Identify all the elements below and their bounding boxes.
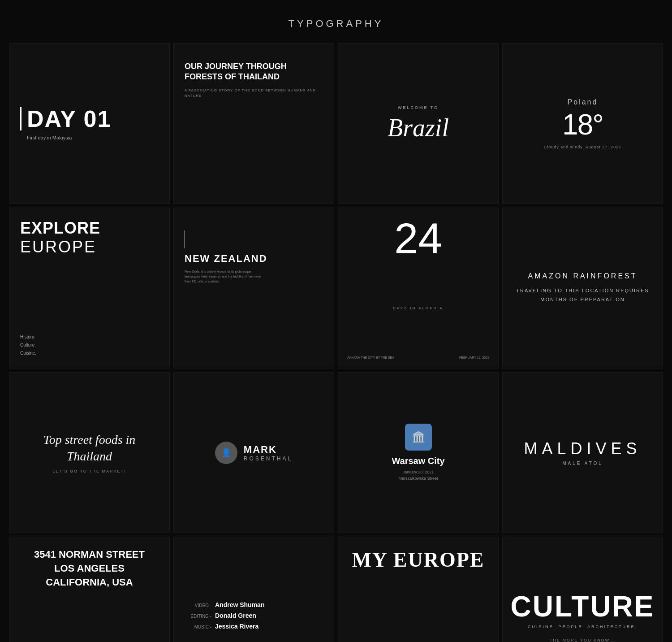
mark-avatar: 👤 bbox=[215, 442, 237, 464]
card-day01: DAY 01 First day in Malaysia bbox=[9, 43, 170, 204]
amazon-title: AMAZON RAINFOREST bbox=[528, 272, 637, 280]
poland-temp-value: 18° bbox=[562, 108, 603, 141]
days-date: FEBRUARY 12, 2021 bbox=[459, 356, 489, 359]
credit-row-video: VIDEO - Andrew Shuman bbox=[185, 601, 264, 608]
card-credits: VIDEO - Andrew Shuman EDITING - Donald G… bbox=[173, 537, 334, 642]
credit-row-editing: EDITING - Donald Green bbox=[185, 612, 256, 619]
days-number: 24 bbox=[394, 217, 442, 260]
poland-temp-sub: Cloudy and windy. August 27, 2021 bbox=[544, 145, 621, 149]
address-text: 3541 NORMAN STREET LOS ANGELES CALIFORNI… bbox=[34, 548, 145, 589]
card-streetfood: Top street foods in Thailand LET'S GO TO… bbox=[9, 372, 170, 533]
card-poland-temp: Poland 18° Cloudy and windy. August 27, … bbox=[502, 43, 663, 204]
card-maldives: MALDIVES MALE ATOL bbox=[502, 372, 663, 533]
maldives-title: MALDIVES bbox=[524, 439, 641, 458]
culture-sub2: THE MORE YOU KNOW... bbox=[550, 638, 616, 642]
culture-sub1: CUISINE. PEOPLE. ARCHITECTURE. bbox=[528, 625, 638, 629]
card-myeurope: MY EUROPE POLAND SLOVAKIA HUNGARY ROMANI… bbox=[338, 537, 499, 642]
street-title: Top street foods in Thailand bbox=[20, 432, 159, 464]
day-label: DAY 01 bbox=[20, 107, 111, 130]
card-newzealand: NEW ZEALAND New Zealand is widely known … bbox=[173, 208, 334, 369]
brazil-country: Brazil bbox=[388, 113, 449, 142]
days-label: DAYS IN ALGERIA bbox=[393, 306, 444, 310]
card-culture: CULTURE CUISINE. PEOPLE. ARCHITECTURE. T… bbox=[502, 537, 663, 642]
card-mark: 👤 MARK ROSENTHAL bbox=[173, 372, 334, 533]
days-city: ANKARA THE CITY BY THE SEA bbox=[347, 356, 394, 359]
card-address: 3541 NORMAN STREET LOS ANGELES CALIFORNI… bbox=[9, 537, 170, 642]
maldives-sub: MALE ATOL bbox=[562, 461, 603, 466]
mark-last: ROSENTHAL bbox=[244, 455, 293, 462]
card-warsaw: 🏛️ Warsaw City January 28, 2021 Marszałk… bbox=[338, 372, 499, 533]
explore-list: History. Culture. Cuisine. bbox=[20, 333, 36, 357]
poland-temp-country: Poland bbox=[568, 98, 598, 106]
nz-country: NEW ZEALAND bbox=[185, 253, 267, 265]
days-bottom: ANKARA THE CITY BY THE SEA FEBRUARY 12, … bbox=[347, 356, 489, 359]
card-amazon: AMAZON RAINFOREST TRAVELING TO THIS LOCA… bbox=[502, 208, 663, 369]
warsaw-city: Warsaw City bbox=[392, 456, 444, 466]
explore-label: EXPLORE bbox=[20, 219, 100, 238]
card-grid: DAY 01 First day in Malaysia OUR JOURNEY… bbox=[9, 43, 663, 642]
street-sub: LET'S GO TO THE MARKET! bbox=[52, 469, 126, 473]
brazil-welcome: WELCOME TO bbox=[398, 105, 439, 110]
myeurope-title: MY EUROPE bbox=[352, 548, 484, 572]
card-journey: OUR JOURNEY THROUGH FORESTS OF THAILAND … bbox=[173, 43, 334, 204]
nz-desc: New Zealand is widely known for its pict… bbox=[185, 269, 265, 284]
journey-title: OUR JOURNEY THROUGH FORESTS OF THAILAND bbox=[185, 61, 323, 82]
explore-main: EXPLORE EUROPE bbox=[20, 219, 100, 256]
warsaw-detail: January 28, 2021 Marszałkowska Street bbox=[398, 469, 438, 482]
card-24days: 24 DAYS IN ALGERIA ANKARA THE CITY BY TH… bbox=[338, 208, 499, 369]
journey-sub: A FASCINATING STORY OF THE BOND BETWEEN … bbox=[185, 88, 323, 99]
credit-row-music: MUSIC - Jessica Rivera bbox=[185, 623, 258, 630]
europe-label: EUROPE bbox=[20, 238, 100, 256]
culture-title: CULTURE bbox=[511, 592, 655, 621]
day-sub: First day in Malaysia bbox=[20, 135, 72, 140]
mark-name: MARK ROSENTHAL bbox=[244, 444, 293, 462]
card-explore: EXPLORE EUROPE History. Culture. Cuisine… bbox=[9, 208, 170, 369]
warsaw-image: 🏛️ bbox=[405, 424, 432, 451]
page-title: TYPOGRAPHY bbox=[9, 18, 663, 30]
nz-line bbox=[185, 230, 185, 248]
mark-first: MARK bbox=[244, 444, 293, 455]
amazon-subtitle: TRAVELING TO THIS LOCATION REQUIRES MONT… bbox=[513, 286, 652, 304]
card-brazil: WELCOME TO Brazil bbox=[338, 43, 499, 204]
